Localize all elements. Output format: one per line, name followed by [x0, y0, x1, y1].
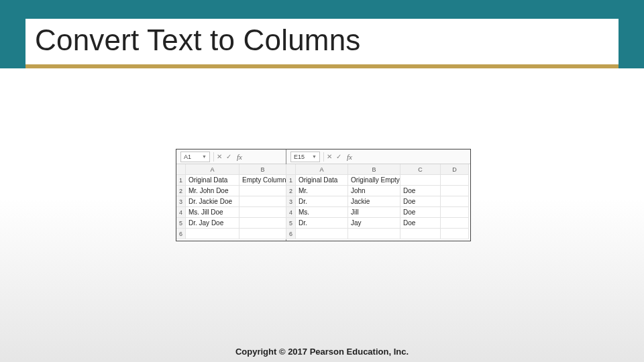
cell[interactable]: [239, 207, 286, 218]
select-all-corner[interactable]: [286, 164, 296, 175]
fx-icon[interactable]: fx: [235, 153, 244, 161]
select-all-corner[interactable]: [176, 164, 186, 175]
col-header[interactable]: A: [186, 164, 239, 175]
spreadsheet-after: E15 ▼ ✕ ✓ fx A B C D 1 Original Data Ori…: [286, 149, 470, 241]
row-header[interactable]: 6: [176, 229, 186, 239]
cancel-icon[interactable]: ✕: [215, 153, 224, 160]
cell[interactable]: Dr.: [296, 196, 348, 207]
row-header[interactable]: 2: [286, 186, 296, 196]
copyright-footer: Copyright © 2017 Pearson Education, Inc.: [0, 347, 644, 357]
cell[interactable]: [400, 229, 441, 239]
cell[interactable]: Original Data: [296, 175, 348, 186]
slide-title: Convert Text to Columns: [25, 19, 619, 64]
cell[interactable]: [441, 196, 469, 207]
name-box-value: A1: [184, 154, 191, 160]
row-header[interactable]: 4: [176, 207, 186, 218]
formula-bar-left: A1 ▼ ✕ ✓ fx: [176, 149, 286, 164]
row-header[interactable]: 2: [176, 186, 186, 196]
grid-left: A B 1 Original Data Empty Columns 2 Mr. …: [176, 164, 286, 239]
cell[interactable]: Ms.: [296, 207, 348, 218]
cell[interactable]: [186, 229, 239, 239]
dropdown-icon: ▼: [312, 154, 317, 159]
row-header[interactable]: 1: [176, 175, 186, 186]
cancel-icon[interactable]: ✕: [325, 153, 334, 160]
cell[interactable]: Jackie: [348, 196, 400, 207]
cell[interactable]: [239, 186, 286, 196]
dropdown-icon: ▼: [202, 154, 207, 159]
cell[interactable]: [239, 218, 286, 229]
formula-bar-right: E15 ▼ ✕ ✓ fx: [286, 149, 470, 164]
enter-icon[interactable]: ✓: [334, 153, 343, 160]
cell[interactable]: [239, 196, 286, 207]
cell[interactable]: Dr.: [296, 218, 348, 229]
accent-rule: [25, 64, 619, 68]
row-header[interactable]: 3: [286, 196, 296, 207]
row-header[interactable]: 6: [286, 229, 296, 239]
cell[interactable]: [441, 175, 469, 186]
cell[interactable]: [239, 229, 286, 239]
cell[interactable]: [441, 229, 469, 239]
cell[interactable]: [441, 218, 469, 229]
cell[interactable]: Jay: [348, 218, 400, 229]
cell[interactable]: Empty Columns: [239, 175, 286, 186]
cell[interactable]: Original Data: [186, 175, 239, 186]
fx-icon[interactable]: fx: [345, 153, 354, 161]
name-box-left[interactable]: A1 ▼: [180, 152, 210, 162]
cell[interactable]: John: [348, 186, 400, 196]
cell[interactable]: Doe: [400, 196, 441, 207]
cell[interactable]: [400, 175, 441, 186]
cell[interactable]: Dr. Jackie Doe: [186, 196, 239, 207]
separator: [323, 152, 324, 162]
col-header[interactable]: C: [400, 164, 441, 175]
row-header[interactable]: 5: [176, 218, 186, 229]
cell[interactable]: Mr.: [296, 186, 348, 196]
enter-icon[interactable]: ✓: [224, 153, 233, 160]
spreadsheet-before: A1 ▼ ✕ ✓ fx A B 1 Original Data Empty Co…: [176, 149, 286, 241]
col-header[interactable]: B: [348, 164, 400, 175]
cell[interactable]: Ms. Jill Doe: [186, 207, 239, 218]
grid-right: A B C D 1 Original Data Originally Empty…: [286, 164, 470, 239]
cell[interactable]: [296, 229, 348, 239]
row-header[interactable]: 3: [176, 196, 186, 207]
cell[interactable]: Dr. Jay Doe: [186, 218, 239, 229]
excel-comparison: A1 ▼ ✕ ✓ fx A B 1 Original Data Empty Co…: [176, 149, 471, 241]
cell[interactable]: Originally Empty: [348, 175, 400, 186]
cell[interactable]: Doe: [400, 186, 441, 196]
cell[interactable]: Mr. John Doe: [186, 186, 239, 196]
name-box-value: E15: [294, 154, 305, 160]
separator: [213, 152, 214, 162]
row-header[interactable]: 1: [286, 175, 296, 186]
cell[interactable]: [441, 207, 469, 218]
row-header[interactable]: 5: [286, 218, 296, 229]
cell[interactable]: Jill: [348, 207, 400, 218]
col-header[interactable]: A: [296, 164, 348, 175]
col-header[interactable]: B: [239, 164, 286, 175]
cell[interactable]: [441, 186, 469, 196]
col-header[interactable]: D: [441, 164, 469, 175]
cell[interactable]: Doe: [400, 207, 441, 218]
cell[interactable]: [348, 229, 400, 239]
cell[interactable]: Doe: [400, 218, 441, 229]
row-header[interactable]: 4: [286, 207, 296, 218]
name-box-right[interactable]: E15 ▼: [290, 152, 320, 162]
